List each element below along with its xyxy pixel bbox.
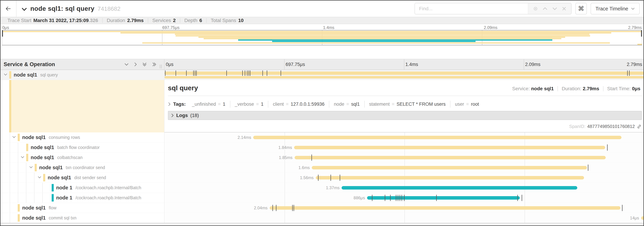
tag-pill[interactable]: statement=SELECT * FROM users bbox=[365, 101, 450, 108]
trace-timeline-page: node sql1: sql query 7418682 ⌘ Trace Tim… bbox=[0, 0, 644, 226]
indent-guide bbox=[10, 163, 10, 172]
tree-row[interactable]: node sql1txn coordinator send bbox=[0, 163, 164, 173]
tags-row[interactable]: Tags: _unfinished=1_verbose=1client=127.… bbox=[168, 100, 642, 108]
span-expander-chevron-icon[interactable] bbox=[20, 156, 24, 159]
log-tick bbox=[622, 205, 622, 211]
span-expander-chevron-icon[interactable] bbox=[38, 176, 42, 179]
tag-value: 1 bbox=[223, 102, 226, 107]
span-bar[interactable] bbox=[253, 136, 622, 139]
tag-pill[interactable]: _verbose=1 bbox=[230, 101, 268, 108]
minimap-right-scrubber[interactable] bbox=[641, 30, 642, 37]
log-tick bbox=[372, 195, 372, 201]
page-bottom-border bbox=[0, 223, 644, 223]
expand-one-icon[interactable] bbox=[134, 62, 137, 67]
minimap-tick-label: 2.79ms bbox=[628, 25, 642, 30]
tree-row[interactable]: node sql1dist sender send bbox=[0, 173, 164, 183]
span-service-name: node 1 bbox=[56, 195, 72, 201]
span-bar-row[interactable]: 1.6ms bbox=[164, 163, 644, 173]
indent-guide bbox=[42, 183, 43, 193]
tags-expander-icon bbox=[168, 102, 171, 106]
indent-guide bbox=[18, 193, 18, 203]
log-tick bbox=[294, 205, 294, 211]
log-tick bbox=[272, 205, 273, 211]
log-tick bbox=[398, 195, 398, 201]
span-bar-row[interactable]: 1.85ms bbox=[164, 153, 644, 163]
span-bar-row[interactable]: 1.56ms bbox=[164, 173, 644, 183]
expand-all-icon[interactable] bbox=[152, 62, 156, 67]
span-bar[interactable] bbox=[342, 186, 577, 189]
tree-row[interactable]: node sql1consuming rows bbox=[0, 132, 164, 142]
tag-pill[interactable]: user=root bbox=[450, 101, 484, 108]
indent-guide bbox=[18, 183, 18, 193]
span-bar-row[interactable]: 1.37ms bbox=[164, 183, 644, 193]
log-tick bbox=[402, 195, 402, 201]
find-clear-icon[interactable] bbox=[562, 6, 566, 11]
log-tick bbox=[390, 195, 391, 201]
span-color-accent bbox=[52, 184, 54, 191]
keyboard-shortcuts-button[interactable]: ⌘ bbox=[575, 3, 587, 15]
span-bar[interactable] bbox=[270, 206, 620, 210]
span-expander-chevron-icon[interactable] bbox=[12, 136, 16, 139]
trace-timeline-dropdown[interactable]: Trace Timeline bbox=[590, 3, 640, 15]
minimap-left-scrubber[interactable] bbox=[2, 30, 3, 37]
span-bar[interactable] bbox=[294, 146, 605, 149]
span-bar-row[interactable]: 886μs bbox=[164, 193, 644, 203]
page-header: node sql1: sql query 7418682 ⌘ Trace Tim… bbox=[0, 1, 644, 17]
log-tick bbox=[248, 71, 249, 76]
logs-row[interactable]: Logs (18) bbox=[168, 111, 642, 120]
tag-pill[interactable]: client=127.0.0.1:59936 bbox=[268, 101, 329, 108]
indent-guide bbox=[34, 173, 34, 183]
span-bar-row[interactable]: 2.04ms bbox=[164, 203, 644, 213]
collapse-one-icon[interactable] bbox=[124, 63, 129, 66]
span-expander-chevron-icon[interactable] bbox=[29, 166, 33, 169]
summary-depth: Depth6 bbox=[180, 18, 206, 23]
find-input[interactable] bbox=[415, 3, 528, 14]
span-expander-chevron-icon[interactable] bbox=[4, 73, 8, 76]
tag-pill[interactable]: _unfinished=1 bbox=[188, 101, 230, 108]
span-bar-row[interactable]: 2.14ms bbox=[164, 132, 644, 142]
back-button[interactable] bbox=[0, 1, 16, 17]
span-bar[interactable] bbox=[641, 216, 644, 220]
span-bar[interactable] bbox=[294, 156, 606, 159]
tree-row[interactable]: node 1/cockroach.roachpb.Internal/Batch bbox=[0, 193, 164, 203]
collapse-trace-chevron-icon[interactable] bbox=[21, 7, 27, 11]
service-operation-header: Service & Operation || bbox=[0, 59, 164, 70]
trace-title-group: node sql1: sql query 7418682 bbox=[21, 5, 414, 12]
span-color-accent bbox=[18, 134, 20, 141]
minimap-canvas[interactable] bbox=[2, 30, 642, 45]
back-arrow-icon bbox=[5, 6, 12, 12]
log-tick bbox=[404, 195, 404, 201]
tree-row[interactable]: node sql1colbatchscan bbox=[0, 153, 164, 163]
log-tick bbox=[195, 71, 195, 76]
locate-icon[interactable] bbox=[533, 6, 538, 11]
find-group bbox=[414, 3, 572, 15]
span-bar-row[interactable]: 1.84ms bbox=[164, 142, 644, 153]
span-bar-row[interactable]: 14μs bbox=[164, 213, 644, 223]
indent-guide bbox=[10, 173, 10, 183]
indent-guide bbox=[2, 153, 2, 162]
indent-guide bbox=[2, 132, 2, 142]
span-bar[interactable] bbox=[316, 176, 584, 179]
log-tick bbox=[385, 195, 385, 201]
log-tick bbox=[400, 195, 400, 201]
tree-row[interactable]: node sql1commit sql txn bbox=[0, 213, 164, 223]
tree-row[interactable]: node sql1flow bbox=[0, 203, 164, 213]
collapse-all-icon[interactable] bbox=[142, 62, 147, 67]
find-next-icon[interactable] bbox=[552, 6, 557, 11]
tree-row[interactable]: node sql1sql query bbox=[0, 70, 164, 80]
span-bar[interactable] bbox=[312, 166, 587, 169]
link-icon[interactable] bbox=[636, 124, 642, 129]
column-resizer-handle[interactable]: || bbox=[160, 64, 162, 69]
span-bar-row[interactable] bbox=[164, 70, 644, 80]
span-detail-tint bbox=[11, 80, 164, 132]
tag-pill[interactable]: node=sql1 bbox=[329, 101, 364, 108]
logs-label: Logs bbox=[176, 113, 188, 118]
find-prev-icon[interactable] bbox=[542, 6, 548, 11]
tree-row[interactable]: node 1/cockroach.roachpb.Internal/Batch bbox=[0, 183, 164, 193]
log-tick bbox=[627, 71, 628, 76]
tree-row[interactable]: node sql1batch flow coordinator bbox=[0, 142, 164, 153]
span-duration-label: 1.85ms bbox=[279, 155, 292, 160]
span-bar[interactable] bbox=[164, 72, 644, 75]
log-tick bbox=[176, 71, 176, 76]
indent-guide bbox=[2, 213, 2, 223]
